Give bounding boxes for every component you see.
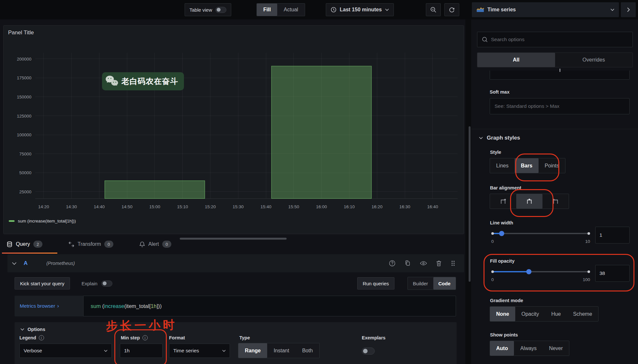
tab-query-label: Query — [16, 241, 30, 247]
metrics-browser-label: Metrics browser — [20, 303, 55, 309]
tab-transform-badge: 0 — [104, 241, 113, 248]
legend-label: sum (increase(item_total[1h])) — [18, 219, 76, 223]
show-points-always-button[interactable]: Always — [514, 341, 543, 356]
graph-styles-header[interactable]: Graph styles — [479, 135, 520, 141]
fill-opacity-slider[interactable] — [491, 269, 590, 275]
line-width-slider-wrap: 0 10 — [491, 231, 590, 244]
run-queries-button[interactable]: Run queries — [357, 277, 394, 290]
refresh-button[interactable] — [444, 3, 459, 16]
fill-opacity-label: Fill opacity — [490, 258, 515, 264]
line-width-label: Line width — [490, 220, 513, 225]
slider-max-label: 10 — [585, 239, 590, 244]
style-lines-button[interactable]: Lines — [490, 158, 515, 173]
show-points-auto-button[interactable]: Auto — [490, 341, 514, 356]
min-step-label: Min stepi — [121, 335, 148, 340]
bar-align-center-button[interactable] — [516, 194, 542, 209]
time-range-picker[interactable]: Last 150 minutes — [326, 3, 394, 16]
style-points-button[interactable]: Points — [539, 158, 565, 173]
gradient-mode-label: Gradient mode — [490, 298, 523, 303]
fill-button[interactable]: Fill — [257, 4, 277, 16]
handwritten-annotation: 步长一小时 — [106, 317, 177, 334]
tab-overrides[interactable]: Overrides — [555, 53, 633, 67]
disable-query-eye-icon[interactable] — [420, 260, 427, 267]
table-view-toggle[interactable] — [215, 7, 226, 13]
gradient-scheme-button[interactable]: Scheme — [567, 307, 598, 321]
trash-icon[interactable] — [436, 260, 442, 267]
chart-legend[interactable]: sum (increase(item_total[1h])) — [9, 219, 76, 223]
drag-handle-icon[interactable] — [450, 260, 456, 267]
show-points-never-button[interactable]: Never — [543, 341, 569, 356]
table-view-label: Table view — [189, 7, 212, 13]
visualization-header: Time series — [472, 2, 636, 17]
toggle-knob — [363, 349, 368, 353]
svg-text:25000: 25000 — [19, 189, 31, 194]
section-divider — [471, 129, 638, 129]
kick-start-query-button[interactable]: Kick start your query — [15, 277, 70, 290]
search-options-input[interactable] — [491, 37, 628, 42]
type-instant-button[interactable]: Instant — [267, 343, 296, 358]
legend-option-label: Legendi — [19, 335, 44, 340]
bar-align-after-icon — [552, 198, 560, 205]
tab-transform[interactable]: Transform 0 — [65, 235, 117, 254]
bar-align-after-button[interactable] — [542, 194, 569, 209]
top-toolbar: Table view Fill Actual Last 150 minutes — [0, 0, 638, 19]
tab-alert[interactable]: Alert 0 — [136, 235, 175, 254]
visualization-picker[interactable]: Time series — [472, 2, 619, 17]
tab-query[interactable]: Query 2 — [3, 235, 46, 254]
horizontal-scrollbar[interactable] — [180, 238, 287, 240]
line-width-value-input[interactable] — [595, 227, 630, 244]
options-collapse-header[interactable]: Options — [20, 327, 45, 332]
type-both-button[interactable]: Both — [296, 343, 319, 358]
format-select[interactable]: Time series — [169, 344, 230, 358]
duplicate-icon[interactable] — [404, 260, 411, 267]
line-width-slider[interactable] — [491, 231, 590, 236]
help-icon[interactable] — [389, 260, 396, 267]
svg-text:16:20: 16:20 — [371, 204, 382, 209]
builder-button[interactable]: Builder — [408, 277, 433, 290]
transform-icon — [68, 241, 74, 247]
svg-text:125000: 125000 — [17, 114, 31, 119]
panel-options-sidebar: All Overrides Soft max Graph styles Styl… — [471, 19, 638, 364]
actual-button[interactable]: Actual — [277, 4, 304, 16]
bar-align-before-button[interactable] — [490, 194, 516, 209]
bar-align-before-icon — [499, 198, 507, 205]
soft-min-input-partial[interactable] — [490, 71, 630, 80]
sidebar-scrollbar[interactable] — [469, 126, 471, 282]
fill-actual-toggle: Fill Actual — [256, 3, 305, 16]
chevron-down-icon[interactable] — [12, 262, 17, 265]
exemplars-label: Exemplars — [362, 335, 385, 340]
grafana-panel-editor: Table view Fill Actual Last 150 minutes — [0, 0, 638, 364]
slider-knob[interactable] — [526, 269, 531, 274]
metrics-browser-button[interactable]: Metrics browser › — [15, 296, 83, 316]
chevron-down-icon — [479, 137, 483, 139]
zoom-out-button[interactable] — [426, 3, 441, 16]
fill-opacity-value-input[interactable] — [595, 265, 630, 282]
slider-minmax: 0 10 — [491, 239, 590, 244]
min-step-input[interactable] — [120, 344, 163, 358]
exemplars-toggle[interactable] — [362, 347, 375, 355]
options-header-label: Options — [28, 327, 45, 332]
format-select-value: Time series — [173, 348, 199, 354]
soft-max-input[interactable] — [495, 103, 625, 109]
svg-text:175000: 175000 — [17, 75, 31, 80]
tab-all[interactable]: All — [477, 53, 555, 67]
svg-text:15:10: 15:10 — [177, 204, 188, 209]
code-button[interactable]: Code — [433, 277, 456, 290]
svg-text:75000: 75000 — [19, 152, 31, 156]
gradient-none-button[interactable]: None — [490, 307, 515, 321]
query-row-header[interactable]: A (Prometheus) — [7, 254, 464, 272]
legend-select[interactable]: Verbose — [19, 344, 112, 358]
svg-text:14:50: 14:50 — [121, 204, 132, 209]
collapse-options-button[interactable] — [621, 2, 636, 17]
style-bars-button[interactable]: Bars — [515, 158, 539, 173]
promql-code-input[interactable]: sum (increase(item_total[1h])) — [83, 296, 456, 316]
chevron-right-icon — [627, 7, 630, 12]
gradient-hue-button[interactable]: Hue — [545, 307, 567, 321]
gradient-opacity-button[interactable]: Opacity — [515, 307, 545, 321]
bar-chart: 2500050000750001000001250001500001750002… — [4, 26, 464, 234]
style-radio-group: Lines Bars Points — [490, 158, 565, 173]
database-icon — [6, 241, 13, 247]
type-range-button[interactable]: Range — [238, 343, 267, 358]
explain-toggle[interactable] — [101, 280, 112, 287]
slider-knob[interactable] — [499, 231, 504, 236]
